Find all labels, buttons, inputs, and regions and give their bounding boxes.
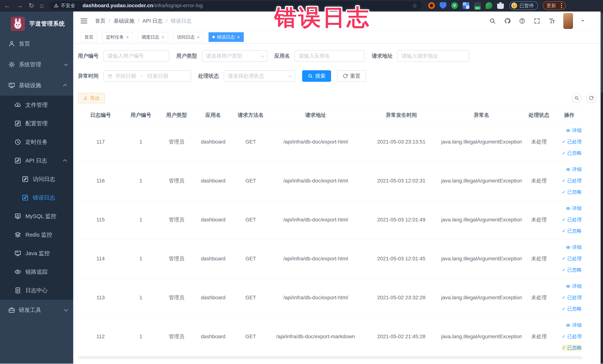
detail-link[interactable]: 详细	[566, 244, 582, 250]
user-id-input[interactable]: 请输入用户编号	[104, 50, 169, 62]
search-icon[interactable]	[489, 18, 496, 24]
tab-错误日志[interactable]: 错误日志×	[209, 32, 244, 42]
cell-exception: java.lang.IllegalArgumentException	[441, 122, 522, 161]
tab-调度日志[interactable]: 调度日志×	[138, 32, 168, 42]
refresh-table-button[interactable]	[586, 93, 596, 103]
cell-id: 113	[78, 278, 123, 317]
v-extension-icon[interactable]: V	[451, 2, 458, 9]
breadcrumb-item[interactable]: 基础设施	[114, 17, 134, 24]
request-url-input[interactable]: 请输入请求地址	[397, 50, 469, 62]
detail-link[interactable]: 详细	[566, 322, 582, 329]
scrollbar-thumb[interactable]	[601, 13, 603, 93]
sidebar-item-访问日志[interactable]: 访问日志	[0, 170, 73, 188]
sidebar-item-API-日志[interactable]: API 日志	[0, 151, 73, 170]
user-type-select[interactable]: 请选择用户类型	[202, 50, 267, 62]
mark-processed-link[interactable]: ✓已处理	[562, 139, 582, 145]
mark-ignored-link[interactable]: ✓已忽略	[562, 305, 582, 312]
puzzle-extension-icon[interactable]	[497, 2, 504, 9]
sidebar-item-定时任务[interactable]: 定时任务	[0, 133, 73, 151]
sidebar-item-研发工具[interactable]: 研发工具	[0, 300, 73, 320]
mark-processed-link[interactable]: ✓已处理	[562, 255, 582, 262]
font-size-icon[interactable]	[548, 18, 555, 24]
mark-processed-link[interactable]: ✓已处理	[562, 333, 582, 340]
reload-button[interactable]: ↻	[29, 2, 34, 9]
app-name-input[interactable]: 请输入应用名	[295, 50, 365, 62]
export-button[interactable]: 导出	[78, 93, 105, 103]
column-header-请求地址: 请求地址	[270, 108, 361, 122]
sidebar-item-链路追踪[interactable]: 链路追踪	[0, 263, 73, 281]
mark-processed-link[interactable]: ✓已处理	[562, 177, 582, 184]
tab-定时任务[interactable]: 定时任务×	[102, 32, 133, 42]
column-header-操作: 操作	[556, 108, 582, 122]
help-icon[interactable]	[519, 18, 525, 24]
extensions-area: V	[428, 2, 504, 9]
sidebar-item-首页[interactable]: 首页	[0, 33, 73, 54]
avatar-caret-icon[interactable]	[581, 20, 584, 23]
back-button[interactable]: ←	[4, 2, 11, 9]
horizontal-scrollbar[interactable]	[78, 356, 582, 359]
search-button[interactable]: 搜索	[302, 70, 331, 82]
browser-menu-icon[interactable]	[561, 5, 562, 6]
breadcrumb-separator: /	[166, 18, 167, 24]
cell-user_type: 管理员	[159, 278, 195, 317]
close-tab-icon[interactable]: ×	[162, 35, 164, 39]
tab-首页[interactable]: 首页	[81, 32, 97, 42]
breadcrumb-item[interactable]: API 日志	[142, 17, 163, 24]
vertical-scrollbar[interactable]	[601, 12, 603, 364]
fullscreen-icon[interactable]	[534, 18, 540, 24]
reset-button[interactable]: 重置	[337, 70, 366, 82]
bookmark-star-icon[interactable]: ☆	[412, 2, 417, 9]
forward-button[interactable]: →	[16, 2, 23, 9]
sidebar-item-基础设施[interactable]: 基础设施	[0, 75, 73, 96]
browser-update-button[interactable]: 更新	[543, 1, 566, 10]
profile-paused-pill[interactable]: 已暂停	[509, 1, 538, 10]
user-type-placeholder: 请选择用户类型	[206, 52, 242, 59]
breadcrumb-item[interactable]: 首页	[95, 17, 105, 24]
cell-exception: java.lang.IllegalArgumentException	[441, 200, 522, 239]
mark-ignored-link[interactable]: ✓已忽略	[562, 267, 582, 273]
github-icon[interactable]	[504, 18, 511, 24]
mark-ignored-link[interactable]: ✓已忽略	[562, 228, 582, 234]
sidebar-item-label: 日志中心	[25, 287, 48, 294]
shield-extension-icon[interactable]	[440, 2, 446, 9]
tab-访问日志[interactable]: 访问日志×	[173, 32, 204, 42]
sidebar-item-Redis-监控[interactable]: Redis 监控	[0, 225, 73, 244]
refresh-icon	[343, 73, 348, 79]
sidebar-item-MySQL-监控[interactable]: MySQL 监控	[0, 207, 73, 225]
close-tab-icon[interactable]: ×	[237, 35, 240, 39]
user-avatar[interactable]	[563, 13, 573, 29]
detail-link[interactable]: 详细	[566, 205, 582, 211]
detail-link[interactable]: 详细	[566, 127, 582, 134]
content: 用户编号 请输入用户编号 用户类型 请选择用户类型 应用名 请输入应用名 请求地…	[73, 44, 603, 364]
close-tab-icon[interactable]: ×	[126, 35, 129, 39]
sidebar-item-Java-监控[interactable]: Java 监控	[0, 244, 73, 263]
app-logo-row[interactable]: 芋道管理系统	[0, 12, 73, 33]
mark-ignored-link[interactable]: ✓已忽略	[562, 344, 582, 351]
sidebar-item-错误日志[interactable]: 错误日志	[0, 188, 73, 207]
process-status-select[interactable]: 请选择处理状态	[224, 70, 295, 82]
exception-time-range-picker[interactable]: 开始日期 - 结束日期	[104, 70, 191, 82]
detail-link-label: 详细	[572, 244, 582, 250]
sidebar-item-label: 系统管理	[19, 61, 41, 69]
sidebar-item-系统管理[interactable]: 系统管理	[0, 54, 73, 75]
hide-search-button[interactable]	[572, 93, 581, 103]
detail-link[interactable]: 详细	[566, 283, 582, 289]
detail-link[interactable]: 详细	[566, 166, 582, 173]
sidebar-item-文件管理[interactable]: 文件管理	[0, 96, 73, 114]
leaf-extension-icon[interactable]	[486, 2, 492, 9]
close-tab-icon[interactable]: ×	[197, 35, 200, 39]
sidebar-toggle-icon[interactable]	[81, 19, 87, 23]
mark-processed-link[interactable]: ✓已处理	[562, 216, 582, 223]
home-button[interactable]: ⌂	[40, 2, 44, 9]
sidebar-item-配置管理[interactable]: 配置管理	[0, 114, 73, 133]
grid-extension-icon[interactable]	[463, 2, 469, 9]
switch-extension-icon[interactable]	[474, 2, 481, 9]
sidebar-item-label: 基础设施	[19, 82, 41, 89]
cell-app: dashboard	[195, 122, 232, 161]
mark-processed-link[interactable]: ✓已处理	[562, 294, 582, 301]
mark-ignored-link[interactable]: ✓已忽略	[562, 189, 582, 195]
sidebar-item-日志中心[interactable]: 日志中心	[0, 281, 73, 300]
ring-extension-icon[interactable]	[428, 2, 435, 9]
mark-ignored-link[interactable]: ✓已忽略	[562, 150, 582, 156]
security-label[interactable]: 不安全	[61, 2, 75, 9]
